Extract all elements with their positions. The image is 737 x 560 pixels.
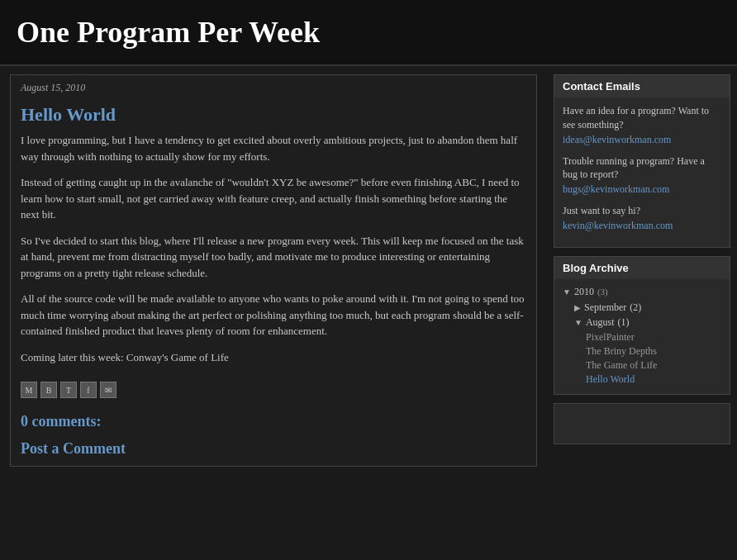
comments-count: 0 comments: (21, 413, 526, 430)
share-twitter-icon[interactable]: T (60, 382, 77, 398)
share-buttons: M B T f ✉ (11, 375, 536, 405)
contact-widget-content: Have an idea for a program? Want to see … (554, 97, 730, 247)
bottom-widget (554, 403, 730, 444)
archive-post-pixelpainter[interactable]: PixelPainter (586, 331, 721, 344)
sidebar: Contact Emails Have an idea for a progra… (547, 66, 737, 483)
comments-section: 0 comments: Post a Comment (11, 405, 536, 458)
post-paragraph-5: Coming later this week: Conway's Game of… (21, 349, 526, 366)
post-title: Hello World (11, 101, 536, 132)
contact-label-1: Have an idea for a program? Want to see … (563, 104, 721, 132)
archive-widget-title: Blog Archive (554, 257, 730, 279)
year-triangle-icon: ▼ (563, 287, 571, 297)
contact-label-2: Trouble running a program? Have a bug to… (563, 154, 721, 183)
post-body: I love programming, but I have a tendenc… (11, 132, 536, 365)
archive-post-gameoflife[interactable]: The Game of Life (586, 359, 721, 372)
archive-month-sep-label: September (584, 301, 626, 314)
archive-post-brinydepths[interactable]: The Briny Depths (586, 345, 721, 358)
archive-month-august[interactable]: ▼ August (1) (574, 316, 721, 329)
post-comment-link[interactable]: Post a Comment (21, 440, 526, 458)
share-facebook-icon[interactable]: f (80, 382, 97, 398)
post-date: August 15, 2010 (11, 75, 536, 101)
archive-month-aug-label: August (586, 316, 615, 329)
blog-post: August 15, 2010 Hello World I love progr… (10, 74, 537, 467)
archive-year-label: 2010 (574, 286, 594, 298)
post-paragraph-4: All of the source code will be made avai… (21, 291, 526, 339)
share-blog-icon[interactable]: B (40, 382, 57, 398)
contact-email-2[interactable]: bugs@kevinworkman.com (563, 183, 721, 196)
contact-widget-title: Contact Emails (554, 75, 730, 97)
archive-month-september[interactable]: ▶ September (2) (574, 301, 721, 314)
post-paragraph-3: So I've decided to start this blog, wher… (21, 233, 526, 282)
archive-month-sep-count: (2) (630, 301, 641, 314)
contact-email-1[interactable]: ideas@kevinworkman.com (563, 134, 721, 146)
contact-item-3: Just want to say hi? kevin@kevinworkman.… (563, 204, 721, 232)
post-paragraph-2: Instead of getting caught up in the aval… (21, 174, 526, 223)
post-paragraph-1: I love programming, but I have a tendenc… (21, 132, 526, 164)
contact-item-2: Trouble running a program? Have a bug to… (563, 154, 721, 197)
archive-year-count: (3) (597, 287, 608, 297)
aug-triangle-icon: ▼ (574, 318, 582, 327)
page-layout: August 15, 2010 Hello World I love progr… (0, 66, 737, 483)
contact-label-3: Just want to say hi? (563, 204, 721, 218)
archive-widget-content: ▼ 2010 (3) ▶ September (2) ▼ August (1) … (554, 279, 730, 394)
contact-widget: Contact Emails Have an idea for a progra… (554, 74, 730, 248)
main-content: August 15, 2010 Hello World I love progr… (0, 66, 547, 483)
archive-post-helloworld[interactable]: Hello World (586, 373, 721, 386)
sep-triangle-icon: ▶ (574, 303, 581, 312)
site-header: One Program Per Week (0, 0, 737, 66)
contact-email-3[interactable]: kevin@kevinworkman.com (563, 220, 721, 232)
contact-item-1: Have an idea for a program? Want to see … (563, 104, 721, 146)
share-more-icon[interactable]: ✉ (100, 382, 116, 398)
archive-widget: Blog Archive ▼ 2010 (3) ▶ September (2) … (554, 256, 730, 395)
archive-year[interactable]: ▼ 2010 (3) (563, 286, 721, 298)
archive-month-aug-count: (1) (618, 316, 630, 329)
share-email-icon[interactable]: M (21, 382, 37, 398)
site-title: One Program Per Week (17, 15, 720, 50)
